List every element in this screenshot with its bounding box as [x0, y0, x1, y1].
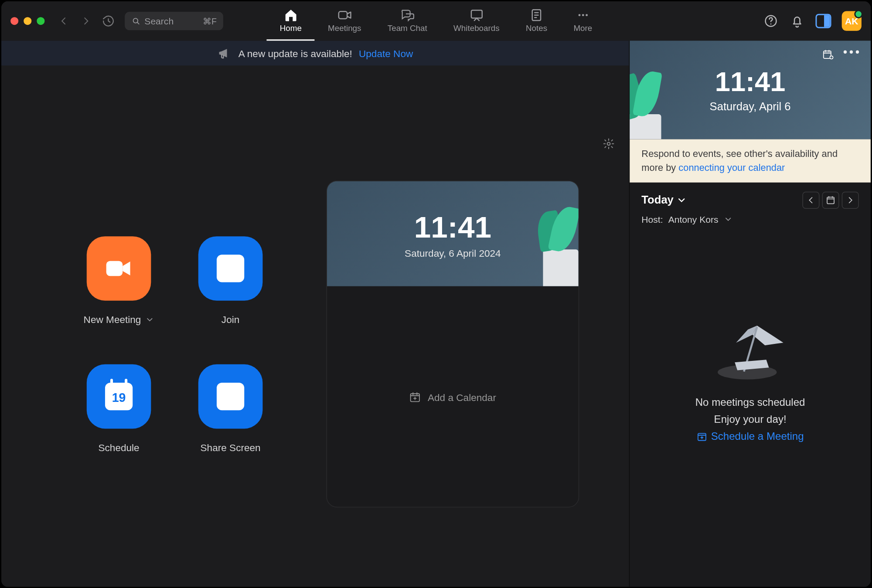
schedule-label: Schedule — [98, 442, 139, 453]
tab-notes[interactable]: Notes — [513, 1, 560, 41]
more-icon — [576, 8, 590, 22]
new-meeting-label-row[interactable]: New Meeting — [84, 314, 154, 325]
plant-illustration — [523, 198, 579, 286]
svg-rect-14 — [827, 197, 834, 204]
today-button[interactable] — [822, 192, 839, 209]
new-meeting-action: New Meeting — [64, 236, 174, 325]
sidebar-date-nav — [802, 192, 859, 209]
tab-home-label: Home — [280, 24, 302, 33]
window-maximize-icon[interactable] — [37, 17, 44, 25]
svg-point-6 — [586, 14, 588, 16]
chevron-left-icon — [58, 16, 69, 26]
panel-toggle-button[interactable] — [815, 14, 831, 28]
chevron-down-icon — [676, 195, 687, 205]
calendar-plus-icon — [409, 391, 421, 403]
app-window: Search ⌘F Home Meetings Team Chat — [1, 1, 871, 587]
upload-icon-box — [217, 383, 244, 410]
notifications-button[interactable] — [789, 13, 805, 29]
update-banner: A new update is available! Update Now — [1, 41, 629, 65]
add-calendar-button[interactable]: Add a Calendar — [327, 286, 579, 508]
svg-rect-1 — [338, 11, 347, 19]
whiteboard-icon — [469, 8, 484, 22]
video-icon — [337, 8, 352, 22]
action-grid: New Meeting Join — [64, 236, 286, 453]
topbar: Search ⌘F Home Meetings Team Chat — [1, 1, 871, 41]
topbar-right: AK — [763, 11, 862, 31]
calendar-add-button[interactable] — [822, 48, 834, 63]
today-dropdown[interactable]: Today — [641, 194, 687, 207]
calendar-day-icon: 19 — [105, 383, 133, 410]
chevron-right-icon — [846, 196, 855, 205]
svg-rect-2 — [471, 10, 482, 18]
megaphone-icon — [217, 46, 232, 60]
schedule-button[interactable]: 19 — [87, 364, 151, 429]
history-icon — [102, 14, 115, 27]
join-label: Join — [221, 314, 239, 325]
join-button[interactable] — [198, 236, 263, 301]
sidebar-hero-icons: ••• — [822, 48, 862, 63]
calendar-time: 11:41 — [414, 209, 491, 245]
svg-point-5 — [582, 14, 584, 16]
svg-point-0 — [133, 18, 138, 23]
plant-illustration — [630, 68, 677, 139]
calendar-card: 11:41 Saturday, 6 April 2024 Add a Calen… — [326, 180, 579, 507]
plus-icon-box — [217, 255, 244, 282]
chat-icon — [400, 8, 415, 22]
chevron-down-icon — [724, 215, 733, 224]
search-input[interactable]: Search ⌘F — [125, 12, 223, 30]
share-screen-button[interactable] — [198, 364, 263, 429]
update-now-link[interactable]: Update Now — [359, 48, 413, 59]
calendar-hero: 11:41 Saturday, 6 April 2024 — [327, 181, 579, 286]
share-screen-action: Share Screen — [175, 364, 286, 453]
tab-meetings-label: Meetings — [328, 24, 361, 33]
new-meeting-label: New Meeting — [84, 314, 141, 325]
tab-teamchat[interactable]: Team Chat — [375, 1, 440, 41]
schedule-meeting-link[interactable]: Schedule a Meeting — [697, 431, 804, 442]
help-button[interactable] — [763, 13, 779, 29]
svg-point-9 — [607, 142, 610, 145]
sidebar-time: 11:41 — [715, 66, 786, 98]
schedule-day-number: 19 — [112, 391, 126, 405]
sidebar: ••• 11:41 Saturday, April 6 Respond to e… — [629, 41, 871, 587]
host-name: Antony Kors — [668, 214, 719, 224]
more-menu-button[interactable]: ••• — [843, 48, 862, 63]
prev-day-button[interactable] — [802, 192, 819, 209]
svg-rect-10 — [106, 261, 123, 276]
avatar[interactable]: AK — [842, 11, 862, 31]
sidebar-hero: ••• 11:41 Saturday, April 6 — [630, 41, 871, 139]
sidebar-toolbar: Today — [630, 183, 871, 213]
chevron-right-icon — [81, 16, 91, 26]
svg-point-8 — [770, 24, 772, 25]
tab-meetings[interactable]: Meetings — [315, 1, 375, 41]
calendar-add-icon — [822, 48, 834, 60]
upload-arrow-icon — [222, 388, 239, 405]
host-label: Host: — [641, 214, 663, 224]
tab-more[interactable]: More — [560, 1, 605, 41]
nav-forward-button[interactable] — [78, 13, 95, 30]
search-shortcut: ⌘F — [203, 16, 217, 26]
gear-icon — [603, 138, 615, 150]
window-close-icon[interactable] — [10, 17, 18, 25]
update-banner-text: A new update is available! — [238, 48, 352, 59]
join-action: Join — [175, 236, 286, 325]
help-icon — [763, 14, 778, 28]
nav-back-button[interactable] — [55, 13, 72, 30]
calendar-date: Saturday, 6 April 2024 — [405, 247, 501, 258]
new-meeting-button[interactable] — [87, 236, 151, 301]
settings-button[interactable] — [603, 138, 615, 152]
tab-more-label: More — [573, 24, 592, 33]
tab-whiteboards[interactable]: Whiteboards — [440, 1, 513, 41]
host-row[interactable]: Host: Antony Kors — [630, 213, 871, 231]
avatar-initials: AK — [845, 16, 858, 26]
today-label: Today — [641, 194, 674, 207]
add-calendar-label: Add a Calendar — [428, 391, 496, 403]
home-icon — [283, 8, 298, 22]
next-day-button[interactable] — [842, 192, 859, 209]
svg-point-4 — [578, 14, 580, 16]
schedule-action: 19 Schedule — [64, 364, 174, 453]
tab-notes-label: Notes — [526, 24, 547, 33]
connect-calendar-link[interactable]: connecting your calendar — [678, 162, 785, 173]
window-minimize-icon[interactable] — [24, 17, 31, 25]
history-button[interactable] — [100, 13, 117, 30]
tab-home[interactable]: Home — [267, 1, 315, 41]
